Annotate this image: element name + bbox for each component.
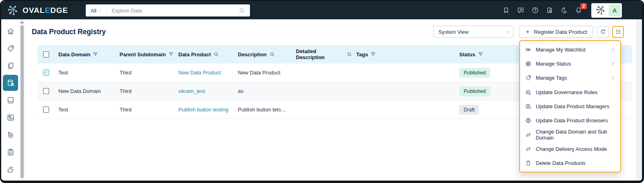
- notifications-icon[interactable]: 2: [575, 6, 582, 14]
- docgear-icon: [546, 6, 553, 14]
- funnel-icon[interactable]: [478, 51, 483, 57]
- top-navigation-bar: OvalEdge All Explore Data: [1, 1, 642, 19]
- tag-icon: [6, 44, 15, 53]
- sidebar-item-tags[interactable]: [3, 40, 18, 56]
- refresh-button[interactable]: [597, 26, 609, 38]
- brand-logo[interactable]: OvalEdge: [7, 4, 68, 16]
- description-cell: New Data Product: [234, 70, 292, 76]
- funnel-icon[interactable]: [370, 51, 376, 57]
- help-icon: [531, 6, 539, 14]
- column-header[interactable]: Data Domain: [54, 51, 116, 58]
- moon-icon: [560, 6, 568, 14]
- search-icon[interactable]: [269, 51, 275, 57]
- view-selector-value: System View: [438, 29, 505, 35]
- report-icon: [6, 113, 15, 122]
- home-icon: [6, 27, 15, 35]
- grid-dots-icon: [615, 29, 621, 35]
- menu-item-update-governance[interactable]: Update Governance Roles: [520, 85, 620, 99]
- swap-icon: [525, 146, 532, 152]
- row-checkbox[interactable]: [43, 107, 49, 113]
- select-all-checkbox[interactable]: [43, 51, 49, 58]
- menu-item-manage-status[interactable]: Manage Status: [520, 57, 620, 71]
- scrollbar-up-arrow[interactable]: [21, 21, 24, 23]
- view-selector-dropdown[interactable]: System View: [433, 26, 514, 38]
- page-header: Data Product Registry System View Regist…: [25, 19, 636, 43]
- column-header[interactable]: Description: [234, 51, 292, 58]
- sidebar-item-observability[interactable]: [3, 127, 18, 143]
- bulk-actions-grid-button[interactable]: [612, 26, 624, 38]
- row-checkbox[interactable]: [43, 70, 49, 76]
- ovaledge-logo-icon: [595, 5, 606, 16]
- notification-badge: 2: [580, 3, 587, 9]
- search-scope-dropdown[interactable]: All: [86, 8, 106, 14]
- sidebar-item-projects[interactable]: [3, 144, 18, 160]
- register-data-product-button[interactable]: Register Data Product: [519, 26, 593, 38]
- sidebar-item-catalog[interactable]: [3, 58, 18, 74]
- description-cell: Publish button tets…: [234, 107, 292, 113]
- menu-item-delete-products[interactable]: Delete Data Products: [520, 156, 620, 170]
- checklist-icon: [6, 148, 15, 156]
- avatar[interactable]: A: [609, 4, 621, 16]
- chevron-down-icon: [505, 29, 510, 35]
- copy-icon: [6, 62, 15, 70]
- bookmark-icon[interactable]: [502, 6, 510, 14]
- profile-menu[interactable]: A: [591, 3, 622, 18]
- status-badge: Published: [459, 68, 490, 78]
- refresh-icon: [600, 29, 606, 35]
- sidebar-scrollbar[interactable]: [20, 19, 25, 179]
- menu-item-change-delivery[interactable]: Change Delivery Access Mode: [520, 142, 620, 156]
- book-icon: [6, 96, 15, 105]
- menu-item-update-browsers[interactable]: Update Data Product Browsers: [520, 114, 620, 127]
- data-product-link[interactable]: New Data Product: [174, 70, 234, 76]
- bank-icon: [525, 89, 532, 96]
- data-domain-cell: Test: [54, 107, 116, 113]
- rings-icon: [525, 60, 532, 67]
- menu-item-manage-watchlist[interactable]: Manage My Watchlist: [520, 43, 620, 56]
- column-header[interactable]: Parent Subdomain: [116, 51, 174, 58]
- chevron-right-icon: [610, 47, 615, 52]
- plus-icon: [525, 29, 530, 35]
- tag-icon: [525, 74, 532, 81]
- topbar-actions: 2 A: [502, 1, 622, 19]
- column-header[interactable]: Data Product: [174, 51, 234, 58]
- data-product-link[interactable]: Publish button testing: [174, 107, 234, 113]
- feedback-icon[interactable]: [517, 6, 524, 14]
- chevron-right-icon: [610, 75, 615, 80]
- sidebar-item-data-products[interactable]: [3, 75, 18, 91]
- data-product-link[interactable]: vikram_test: [174, 88, 234, 94]
- parent-subdomain-cell: Third: [116, 107, 174, 113]
- brand-wordmark: OvalEdge: [23, 6, 68, 15]
- search-icon[interactable]: [347, 51, 352, 57]
- chevron-right-icon: [610, 61, 615, 66]
- scope-icon: [6, 131, 15, 139]
- menu-item-change-domain[interactable]: Change Data Domain and Sub Domain: [520, 128, 620, 142]
- release-notes-icon[interactable]: [546, 6, 553, 14]
- global-search-bar[interactable]: All Explore Data: [86, 4, 250, 16]
- parent-subdomain-cell: Third: [116, 70, 174, 76]
- column-header[interactable]: Tags: [352, 51, 455, 58]
- help-icon[interactable]: [531, 6, 539, 14]
- dark-mode-icon[interactable]: [560, 6, 568, 14]
- sidebar-item-governance[interactable]: [3, 161, 18, 177]
- column-header[interactable]: Detailed Description: [292, 48, 352, 60]
- page-scrollbar-track[interactable]: [636, 19, 642, 179]
- scrollbar-thumb[interactable]: [21, 25, 24, 178]
- sidebar-item-reports[interactable]: [3, 109, 18, 125]
- search-icon[interactable]: [213, 51, 219, 57]
- sidebar-item-home[interactable]: [3, 23, 18, 39]
- row-checkbox[interactable]: [43, 88, 49, 94]
- menu-item-update-managers[interactable]: Update Data Product Managers: [520, 99, 620, 113]
- funnel-icon[interactable]: [168, 51, 174, 57]
- search-input[interactable]: Explore Data: [107, 8, 239, 14]
- chevron-down-icon: [98, 8, 102, 13]
- menu-item-manage-tags[interactable]: Manage Tags: [520, 71, 620, 85]
- bulk-actions-menu: Manage My Watchlist Manage Status Manage…: [519, 40, 621, 173]
- sidebar-item-glossary[interactable]: [3, 92, 18, 108]
- search-scope-label: All: [91, 8, 96, 14]
- funnel-icon[interactable]: [93, 51, 98, 57]
- data-domain-cell: New Data Domain: [54, 88, 116, 94]
- search-icon[interactable]: [239, 7, 245, 14]
- status-badge: Draft: [459, 105, 479, 115]
- page-title: Data Product Registry: [32, 28, 106, 36]
- topbar-icon-list: 2: [502, 6, 582, 14]
